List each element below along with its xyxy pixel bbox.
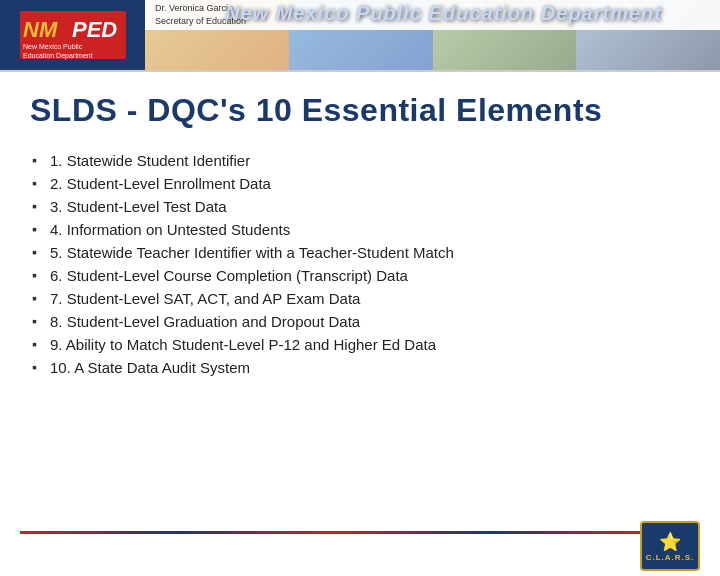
logo-svg: NM PED New Mexico Public Education Depar…: [18, 9, 128, 61]
person-title: Secretary of Education: [155, 15, 246, 28]
list-item: 10. A State Data Audit System: [30, 356, 690, 379]
footer: ⭐ C.L.A.R.S.: [0, 521, 720, 576]
elements-list: 1. Statewide Student Identifier 2. Stude…: [30, 149, 690, 379]
list-item: 3. Student-Level Test Data: [30, 195, 690, 218]
person-name: Dr. Veronica Garcia: [155, 2, 246, 15]
svg-text:NM: NM: [23, 17, 58, 42]
list-item: 7. Student-Level SAT, ACT, and AP Exam D…: [30, 287, 690, 310]
header: NM PED New Mexico Public Education Depar…: [0, 0, 720, 72]
list-item: 9. Ability to Match Student-Level P-12 a…: [30, 333, 690, 356]
list-item: 1. Statewide Student Identifier: [30, 149, 690, 172]
svg-text:New Mexico Public: New Mexico Public: [23, 43, 83, 50]
list-item: 2. Student-Level Enrollment Data: [30, 172, 690, 195]
footer-logo-text: C.L.A.R.S.: [646, 553, 695, 562]
header-logo: NM PED New Mexico Public Education Depar…: [0, 0, 145, 70]
svg-text:PED: PED: [72, 17, 117, 42]
svg-text:Education Department: Education Department: [23, 52, 93, 60]
list-item: 4. Information on Untested Students: [30, 218, 690, 241]
header-top-bar: Dr. Veronica Garcia Secretary of Educati…: [145, 0, 720, 30]
footer-logo-icon: ⭐: [659, 531, 681, 553]
footer-logo: ⭐ C.L.A.R.S.: [640, 521, 700, 571]
list-item: 5. Statewide Teacher Identifier with a T…: [30, 241, 690, 264]
nmped-logo: NM PED New Mexico Public Education Depar…: [18, 9, 128, 61]
list-item: 8. Student-Level Graduation and Dropout …: [30, 310, 690, 333]
main-content: SLDS - DQC's 10 Essential Elements 1. St…: [0, 72, 720, 389]
person-info: Dr. Veronica Garcia Secretary of Educati…: [155, 2, 246, 27]
list-item: 6. Student-Level Course Completion (Tran…: [30, 264, 690, 287]
header-content: Dr. Veronica Garcia Secretary of Educati…: [145, 0, 720, 70]
slide-title: SLDS - DQC's 10 Essential Elements: [30, 92, 690, 129]
footer-line: [20, 531, 645, 534]
